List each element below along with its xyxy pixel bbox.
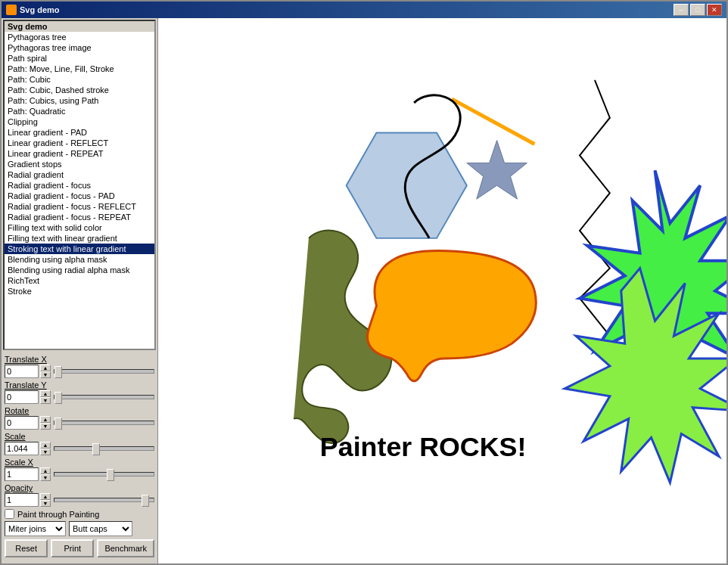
translate-y-spinbox-wrapper: 0 ▲ ▼ — [5, 390, 51, 404]
translate-y-input[interactable]: 0 — [5, 390, 39, 404]
list-item[interactable]: Path: Cubic, Dashed stroke — [5, 85, 154, 95]
demo-list[interactable]: Svg demoPythagoras treePythagoras tree i… — [3, 20, 156, 350]
list-item[interactable]: RichText — [5, 275, 154, 286]
translate-y-slider[interactable] — [54, 395, 154, 399]
list-item[interactable]: Stroke — [5, 286, 154, 296]
opacity-down[interactable]: ▼ — [40, 500, 51, 507]
caps-select[interactable]: Butt caps Round caps Square caps — [69, 521, 132, 536]
paint-through-row: Paint through Painting — [5, 509, 154, 519]
scale-x-input[interactable]: 1 — [5, 467, 39, 481]
orange-line — [452, 99, 534, 144]
app-icon — [6, 5, 17, 15]
canvas-svg: Painter ROCKS! — [158, 18, 726, 563]
speech-bubble — [368, 250, 537, 380]
list-item[interactable]: Radial gradient — [5, 169, 154, 180]
translate-x-spinbox-wrapper: 0 ▲ ▼ — [5, 365, 51, 378]
left-panel: Svg demoPythagoras treePythagoras tree i… — [2, 18, 158, 563]
translate-x-slider[interactable] — [54, 369, 154, 374]
translate-x-label: Translate X — [5, 355, 154, 364]
opacity-thumb[interactable] — [142, 495, 149, 507]
rotate-input[interactable]: 0 — [5, 416, 39, 430]
scale-slider[interactable] — [54, 446, 154, 451]
opacity-up[interactable]: ▲ — [40, 493, 51, 500]
scale-x-slider[interactable] — [54, 472, 154, 477]
list-item[interactable]: Pythagoras tree image — [5, 42, 154, 53]
list-item[interactable]: Path: Cubics, using Path — [5, 95, 154, 106]
opacity-input[interactable]: 1 — [5, 493, 39, 507]
scale-spin-btns: ▲ ▼ — [40, 442, 51, 455]
scale-label: Scale — [5, 432, 154, 441]
translate-x-row: 0 ▲ ▼ — [5, 365, 154, 378]
list-item[interactable]: Blending using radial alpha mask — [5, 265, 154, 275]
minimize-button[interactable]: – — [674, 4, 689, 16]
rotate-up[interactable]: ▲ — [40, 416, 51, 423]
scale-up[interactable]: ▲ — [40, 442, 51, 449]
scale-x-row: 1 ▲ ▼ — [5, 467, 154, 481]
select-row: Miter joins Round joins Bevel joins Butt… — [5, 521, 154, 536]
scale-x-thumb[interactable] — [107, 469, 114, 481]
scale-down[interactable]: ▼ — [40, 449, 51, 455]
rotate-label: Rotate — [5, 406, 154, 415]
rotate-thumb[interactable] — [54, 418, 62, 430]
translate-x-spin-btns: ▲ ▼ — [40, 365, 51, 378]
scale-x-spin-btns: ▲ ▼ — [40, 467, 51, 481]
opacity-spin-btns: ▲ ▼ — [40, 493, 51, 507]
paint-through-checkbox[interactable] — [5, 509, 14, 519]
rotate-down[interactable]: ▼ — [40, 423, 51, 430]
list-item[interactable]: Linear gradient - PAD — [5, 127, 154, 138]
list-item[interactable]: Radial gradient - focus — [5, 180, 154, 191]
star-shape — [467, 141, 527, 200]
scale-spinbox-wrapper: 1.044 ▲ ▼ — [5, 442, 51, 455]
rotate-spin-btns: ▲ ▼ — [40, 416, 51, 430]
print-button[interactable]: Print — [51, 539, 94, 557]
opacity-row: 1 ▲ ▼ — [5, 493, 154, 507]
translate-x-thumb[interactable] — [54, 366, 62, 378]
list-item[interactable]: Path: Quadratic — [5, 106, 154, 116]
main-window: Svg demo – □ ✕ Svg demoPythagoras treePy… — [0, 0, 728, 565]
maximize-button[interactable]: □ — [690, 4, 705, 16]
translate-x-input[interactable]: 0 — [5, 365, 39, 378]
list-item[interactable]: Linear gradient - REFLECT — [5, 138, 154, 148]
reset-button[interactable]: Reset — [5, 539, 48, 557]
list-item[interactable]: Stroking text with linear gradient — [5, 244, 154, 254]
canvas-text: Painter ROCKS! — [320, 432, 527, 462]
list-item[interactable]: Radial gradient - focus - REPEAT — [5, 212, 154, 222]
list-item[interactable]: Linear gradient - REPEAT — [5, 148, 154, 159]
list-item[interactable]: Radial gradient - focus - REFLECT — [5, 201, 154, 212]
button-row: Reset Print Benchmark — [5, 539, 154, 557]
list-item[interactable]: Gradient stops — [5, 159, 154, 169]
list-item[interactable]: Path spiral — [5, 53, 154, 64]
blue-hexagon — [347, 133, 467, 238]
paint-through-label: Paint through Painting — [17, 510, 99, 519]
opacity-slider[interactable] — [54, 498, 154, 502]
scale-thumb[interactable] — [92, 443, 100, 455]
list-item[interactable]: Path: Move, Line, Fill, Stroke — [5, 64, 154, 74]
scale-x-down[interactable]: ▼ — [40, 474, 51, 481]
close-button[interactable]: ✕ — [707, 4, 722, 16]
scale-x-label: Scale X — [5, 458, 154, 467]
translate-x-down[interactable]: ▼ — [40, 371, 51, 378]
window-title: Svg demo — [20, 5, 60, 14]
list-item[interactable]: Radial gradient - focus - PAD — [5, 191, 154, 201]
list-item[interactable]: Filling text with linear gradient — [5, 233, 154, 244]
rotate-row: 0 ▲ ▼ — [5, 416, 154, 430]
scale-row: 1.044 ▲ ▼ — [5, 442, 154, 455]
list-item[interactable]: Clipping — [5, 116, 154, 127]
benchmark-button[interactable]: Benchmark — [97, 539, 154, 557]
title-bar: Svg demo – □ ✕ — [2, 2, 726, 18]
rotate-slider[interactable] — [54, 421, 154, 425]
joins-select[interactable]: Miter joins Round joins Bevel joins — [5, 521, 66, 536]
scale-x-up[interactable]: ▲ — [40, 467, 51, 474]
scale-x-spinbox-wrapper: 1 ▲ ▼ — [5, 467, 51, 481]
list-item[interactable]: Filling text with solid color — [5, 222, 154, 233]
translate-y-up[interactable]: ▲ — [40, 390, 51, 397]
translate-y-spin-btns: ▲ ▼ — [40, 390, 51, 404]
translate-x-up[interactable]: ▲ — [40, 365, 51, 371]
translate-y-thumb[interactable] — [54, 392, 62, 404]
list-item[interactable]: Path: Cubic — [5, 74, 154, 85]
translate-y-down[interactable]: ▼ — [40, 397, 51, 404]
scale-input[interactable]: 1.044 — [5, 442, 39, 455]
list-item[interactable]: Pythagoras tree — [5, 32, 154, 42]
list-item[interactable]: Blending using alpha mask — [5, 254, 154, 265]
title-buttons: – □ ✕ — [674, 4, 722, 16]
